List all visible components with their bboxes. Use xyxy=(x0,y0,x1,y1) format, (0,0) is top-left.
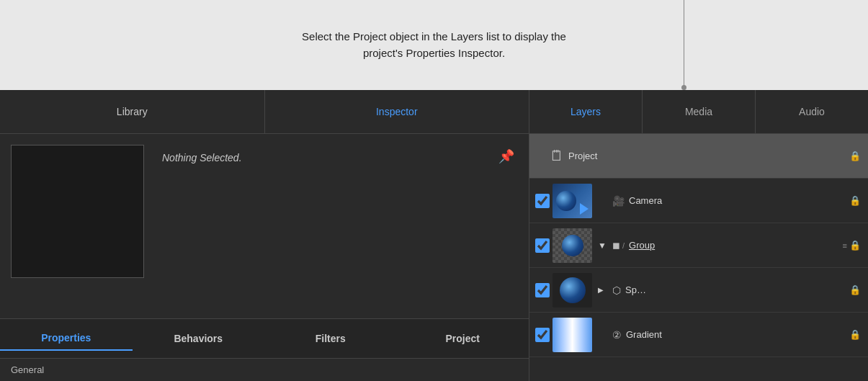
lock-icon-sphere[interactable]: 🔒 xyxy=(849,284,862,295)
layer-row-project[interactable]: 🗒 Project 🔒 xyxy=(529,134,868,179)
right-tab-bar: Layers Media Audio xyxy=(529,90,868,134)
lock-icon-camera[interactable]: 🔒 xyxy=(849,195,862,206)
tab-bar: Library Inspector xyxy=(0,90,529,134)
layer-expand-group[interactable]: ▼ xyxy=(598,241,609,251)
layer-name-camera: Camera xyxy=(629,195,849,206)
pin-icon[interactable]: 📌 xyxy=(498,148,514,164)
tooltip-text: Select the Project object in the Layers … xyxy=(297,29,571,61)
layer-expand-sphere[interactable]: ▶ xyxy=(598,286,609,294)
layer-row-group[interactable]: ▼ ◼/ Group ≡ 🔒 xyxy=(529,223,868,268)
checkbox-group[interactable] xyxy=(535,238,550,253)
nothing-selected-text: Nothing Selected. xyxy=(162,152,242,163)
left-panel: Library Inspector Nothing Selected. 📌 Pr… xyxy=(0,90,529,381)
lock-icon-gradient[interactable]: 🔒 xyxy=(849,329,862,340)
gradient-icon: ② xyxy=(612,329,622,341)
layer-name-group: Group xyxy=(629,240,843,251)
layer-name-gradient: Gradient xyxy=(626,329,849,340)
preview-thumbnail xyxy=(11,145,144,278)
thumbnail-group xyxy=(552,228,592,263)
tab-layers[interactable]: Layers xyxy=(529,90,643,133)
nothing-selected-area: Nothing Selected. 📌 xyxy=(155,134,529,318)
main-panel: Library Inspector Nothing Selected. 📌 Pr… xyxy=(0,90,868,381)
right-panel: Layers Media Audio 🗒 Project 🔒 xyxy=(529,90,868,381)
general-section: General xyxy=(0,358,529,381)
tab-behaviors[interactable]: Behaviors xyxy=(133,327,265,350)
checkbox-camera[interactable] xyxy=(535,194,550,208)
tab-project[interactable]: Project xyxy=(397,327,529,350)
lock-icon-group[interactable]: 🔒 xyxy=(849,240,862,251)
layer-name-project: Project xyxy=(568,151,849,161)
inspector-content: Nothing Selected. 📌 xyxy=(0,134,529,318)
tab-media[interactable]: Media xyxy=(643,90,756,133)
layer-row-sphere[interactable]: ▶ ⬡ Sp… 🔒 xyxy=(529,268,868,313)
thumbnail-sphere xyxy=(552,273,592,308)
document-icon: 🗒 xyxy=(550,148,564,164)
tooltip-line xyxy=(684,0,684,90)
thumbnail-gradient xyxy=(552,318,592,352)
group-icon: ◼/ xyxy=(612,240,625,251)
layer-name-sphere: Sp… xyxy=(625,284,849,295)
checkbox-sphere[interactable] xyxy=(535,283,550,297)
tooltip-area: Select the Project object in the Layers … xyxy=(0,0,868,90)
camera-icon: 🎥 xyxy=(612,195,625,207)
layer-row-camera[interactable]: 🎥 Camera 🔒 xyxy=(529,179,868,223)
tab-inspector[interactable]: Inspector xyxy=(265,90,529,133)
tab-audio[interactable]: Audio xyxy=(756,90,868,133)
bottom-tabs: Properties Behaviors Filters Project xyxy=(0,318,529,358)
sphere-icon: ⬡ xyxy=(612,284,621,296)
lock-icon-project[interactable]: 🔒 xyxy=(849,151,862,161)
thumbnail-camera xyxy=(552,184,592,218)
layer-row-gradient[interactable]: ② Gradient 🔒 xyxy=(529,313,868,357)
tab-properties[interactable]: Properties xyxy=(0,326,133,351)
layers-list: 🗒 Project 🔒 🎥 Camera 🔒 xyxy=(529,134,868,381)
tab-library[interactable]: Library xyxy=(0,90,265,133)
tab-filters[interactable]: Filters xyxy=(264,327,397,350)
checkbox-gradient[interactable] xyxy=(535,328,550,342)
